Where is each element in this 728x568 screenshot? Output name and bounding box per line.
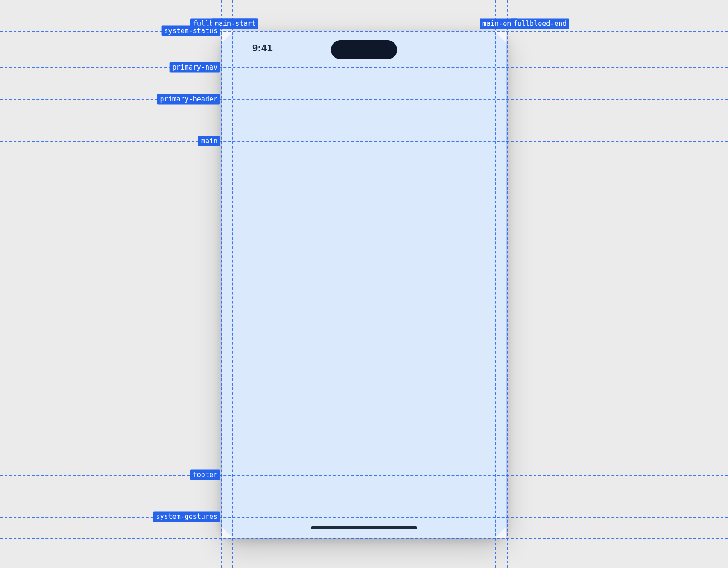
guide-label-fullbleed-end: fullbleed-end <box>511 19 569 29</box>
home-indicator-icon <box>311 526 417 529</box>
guide-label-main: main <box>198 136 220 146</box>
guide-bottom[interactable] <box>0 538 728 539</box>
guide-label-primary-header: primary-header <box>157 94 220 105</box>
resize-handle-bottom-right[interactable] <box>495 527 506 538</box>
device-frame[interactable]: 9:41 <box>221 31 507 538</box>
dynamic-island-icon <box>331 40 397 59</box>
guide-label-system-gestures: system-gestures <box>153 512 220 522</box>
resize-handle-top-right[interactable] <box>495 31 506 43</box>
resize-handle-bottom-left[interactable] <box>222 527 233 538</box>
layout-canvas: 9:41 fullbleed-start main-start main-end… <box>0 0 728 568</box>
guide-fullbleed-end[interactable] <box>507 0 508 568</box>
guide-label-footer: footer <box>190 470 220 480</box>
status-bar-time: 9:41 <box>252 42 273 54</box>
resize-handle-top-left[interactable] <box>222 31 233 43</box>
guide-label-system-status: system-status <box>162 26 220 36</box>
guide-label-primary-nav: primary-nav <box>170 62 220 73</box>
